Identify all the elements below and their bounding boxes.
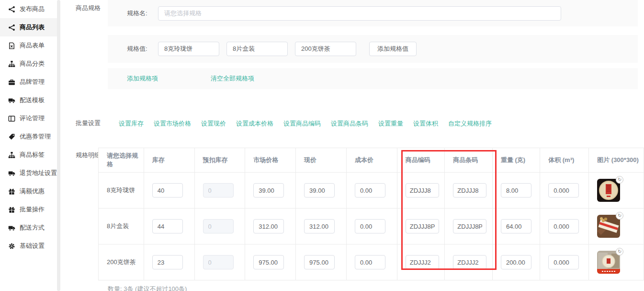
volume-input[interactable] [548,219,579,233]
batch-section-title: 批量设置 [76,119,101,128]
tag-icon [8,133,15,140]
stock-input[interactable] [152,219,183,233]
custom-spec-sort-link[interactable]: 自定义规格排序 [448,119,492,128]
cost-price-input[interactable] [355,183,385,198]
sidebar-item-publish-product[interactable]: 发布商品 [0,0,57,18]
col-header-volume: 体积 (m³) [540,148,589,173]
detail-section-title: 规格明细 [76,151,101,160]
weight-input[interactable] [501,219,531,233]
price-input[interactable] [304,255,335,269]
spec-name-cell: 8片盒装 [99,209,144,244]
spreadsheet-file-icon [8,42,15,49]
gear-icon [8,243,15,250]
set-barcode-link[interactable]: 设置商品条码 [331,119,368,128]
sidebar-item-full-discount[interactable]: 满额优惠 [0,182,57,200]
product-code-input[interactable] [406,183,439,198]
market-price-input[interactable] [253,219,284,233]
sidebar-item-batch-operations[interactable]: 批量操作 [0,200,57,219]
sidebar-item-label: 批量操作 [20,205,45,214]
truck-icon [8,170,15,177]
sidebar-item-product-form[interactable]: 商品表单 [0,36,57,55]
weight-input[interactable] [501,255,531,269]
window-columns-icon [8,115,15,122]
spec-value-input[interactable] [158,42,219,56]
gift-icon [8,188,15,195]
col-header-product-code: 商品编码 [397,148,445,173]
add-spec-value-button[interactable]: 添加规格值 [369,42,417,56]
clear-all-spec-link[interactable]: 清空全部规格项 [211,74,254,83]
market-price-input[interactable] [253,183,284,198]
set-cost-price-link[interactable]: 设置成本价格 [236,119,273,128]
sidebar-item-label: 发布商品 [20,5,45,13]
sitemap-icon [8,151,15,159]
stock-input[interactable] [152,183,183,198]
sidebar-item-review-management[interactable]: 评论管理 [0,109,57,128]
set-market-price-link[interactable]: 设置市场价格 [154,119,191,128]
sitemap-icon [8,60,15,68]
spec-name-row: 规格名: [108,0,638,26]
set-volume-link[interactable]: 设置体积 [413,119,438,128]
sidebar: 发布商品 商品列表 商品表单 商品分类 品牌管理 配送模板 评论管理 优惠券管 [0,0,57,291]
batch-links: 设置库存 设置市场价格 设置现价 设置成本价格 设置商品编码 设置商品条码 设置… [119,119,492,128]
spec-value-input[interactable] [226,42,288,56]
sidebar-scrollbar-track[interactable] [57,0,60,291]
image-preview-icon[interactable]: ↻ [616,212,623,220]
table-row: 200克饼茶 ↻ [99,244,644,280]
price-input[interactable] [304,219,335,233]
stock-input[interactable] [152,255,183,269]
sidebar-item-brand-management[interactable]: 品牌管理 [0,73,57,91]
sidebar-item-label: 配送模板 [20,96,45,105]
market-price-input[interactable] [253,255,284,269]
cost-price-input[interactable] [355,219,385,233]
sidebar-item-label: 满额优惠 [20,187,45,196]
sidebar-item-product-tags[interactable]: 商品标签 [0,146,57,164]
cost-price-input[interactable] [355,255,385,269]
sidebar-item-coupon-management[interactable]: 优惠券管理 [0,128,57,146]
sidebar-item-label: 商品分类 [20,59,45,68]
reserved-stock-input [203,255,234,269]
product-code-input[interactable] [406,219,439,233]
row-count-note: 数量: 3条 (建议不超过100条) [108,285,187,291]
spec-value-input[interactable] [295,42,356,56]
image-preview-icon[interactable]: ↻ [616,176,623,184]
col-header-image: 图片 (300*300) [589,148,644,173]
price-input[interactable] [304,183,335,198]
sidebar-item-label: 商品列表 [20,23,45,32]
sidebar-item-label: 优惠券管理 [20,132,51,141]
sidebar-item-shipping-template[interactable]: 配送模板 [0,91,57,109]
col-header-market-price: 市场价格 [245,148,296,173]
share-nodes-icon [8,24,15,31]
product-barcode-input[interactable] [453,183,486,198]
table-row: 8片盒装 ↻ [99,209,644,244]
image-preview-icon[interactable]: ↻ [616,248,623,256]
reserved-stock-input [203,219,234,233]
col-header-weight: 重量 (克) [492,148,540,173]
sidebar-item-label: 配送方式 [20,223,45,232]
sidebar-item-basic-settings[interactable]: 基础设置 [0,237,57,255]
truck-icon [8,97,15,104]
weight-input[interactable] [501,183,531,198]
product-barcode-input[interactable] [453,255,486,269]
set-product-code-link[interactable]: 设置商品编码 [283,119,321,128]
spec-name-input[interactable] [158,6,561,21]
table-row: 8克玲珑饼 ↻ [99,173,644,209]
sidebar-item-product-category[interactable]: 商品分类 [0,55,57,73]
sidebar-item-shipping-method[interactable]: 配送方式 [0,219,57,237]
product-barcode-input[interactable] [453,219,486,233]
product-code-input[interactable] [406,255,439,269]
set-weight-link[interactable]: 设置重量 [378,119,403,128]
spec-name-cell: 200克饼茶 [99,244,144,280]
col-header-cost-price: 成本价 [346,148,397,173]
set-stock-link[interactable]: 设置库存 [119,119,144,128]
sidebar-item-label: 品牌管理 [20,78,45,86]
spec-detail-table: 请您选择规格 库存 预扣库存 市场价格 现价 成本价 商品编码 商品条码 重量 … [98,148,644,280]
volume-input[interactable] [548,255,579,269]
set-price-link[interactable]: 设置现价 [201,119,226,128]
share-nodes-icon [8,6,15,13]
sidebar-item-product-list[interactable]: 商品列表 [0,18,57,36]
sidebar-item-return-address[interactable]: 退货地址设置 [0,164,57,182]
col-header-spec: 请您选择规格 [99,148,144,173]
add-spec-item-link[interactable]: 添加规格项 [127,74,158,83]
volume-input[interactable] [548,183,579,198]
spec-values-row: 规格值: 添加规格值 [108,35,638,63]
